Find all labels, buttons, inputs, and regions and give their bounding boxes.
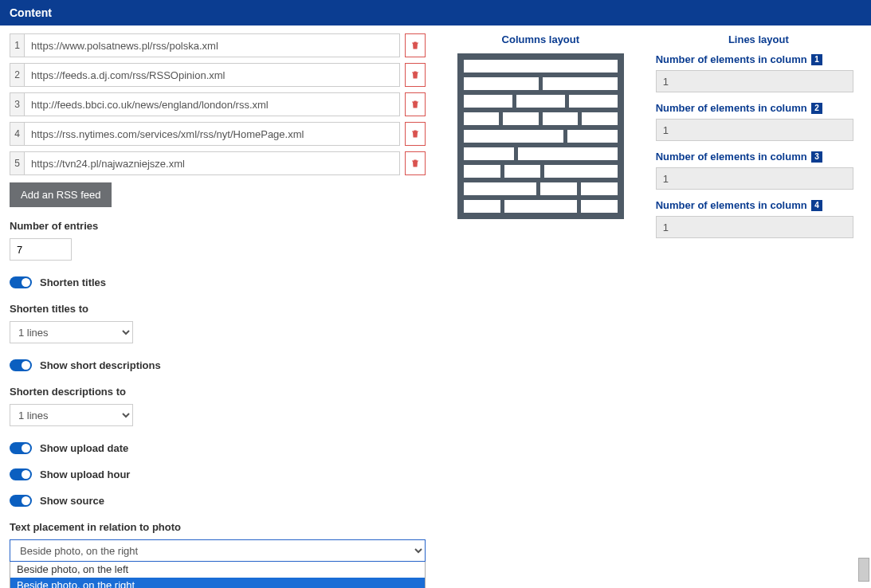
feed-url-input[interactable] [24,151,400,175]
show-desc-toggle[interactable] [10,359,32,371]
trash-icon [410,40,420,51]
lines-layout-column: Lines layout Number of elements in colum… [656,33,861,562]
lines-count-input[interactable] [656,70,853,92]
feed-url-input[interactable] [24,122,400,146]
column-badge: 3 [811,151,822,163]
show-desc-label: Show short descriptions [40,359,161,371]
feed-index: 4 [10,122,24,146]
content-header: Content [0,0,871,25]
feed-url-input[interactable] [24,33,400,57]
delete-feed-button[interactable] [405,92,426,116]
lines-group: Number of elements in column 2 [656,102,861,141]
trash-icon [410,128,420,139]
trash-icon [410,99,420,110]
shorten-titles-select[interactable]: 1 lines [10,321,133,343]
upload-hour-label: Show upload hour [40,468,130,480]
delete-feed-button[interactable] [405,151,426,175]
delete-feed-button[interactable] [405,122,426,146]
lines-count-input[interactable] [656,167,853,190]
layout-option-1-1[interactable] [464,130,618,143]
shorten-titles-label: Shorten titles [40,276,106,288]
scrollbar-thumb[interactable] [858,558,869,582]
feed-index: 1 [10,33,24,57]
add-rss-button[interactable]: Add an RSS feed [10,182,112,207]
shorten-titles-toggle[interactable] [10,276,32,288]
layout-option-1-2[interactable] [464,147,618,160]
placement-dropdown: Beside photo, on the leftBeside photo, o… [10,562,426,588]
upload-date-label: Show upload date [40,442,128,454]
placement-select[interactable]: Beside photo, on the right [10,539,426,562]
upload-hour-toggle[interactable] [10,468,32,480]
feed-url-input[interactable] [24,92,400,116]
placement-option[interactable]: Beside photo, on the right [10,578,425,588]
column-badge: 2 [811,103,822,114]
left-column: 12345 Add an RSS feed Number of entries … [10,33,426,562]
placement-option[interactable]: Beside photo, on the left [10,562,425,578]
lines-count-input[interactable] [656,119,853,141]
entries-label: Number of entries [10,220,426,232]
layout-option-1-1-2[interactable] [464,165,618,178]
lines-group: Number of elements in column 1 [656,53,861,92]
feed-row: 2 [10,63,426,87]
layout-option-4col[interactable] [464,112,618,125]
column-badge: 1 [811,54,822,65]
column-badge: 4 [811,200,822,211]
columns-layout-column: Columns layout [457,33,624,562]
lines-label: Number of elements in column 1 [656,53,861,65]
layout-option-3col[interactable] [464,95,618,108]
lines-group: Number of elements in column 4 [656,199,861,238]
show-source-toggle[interactable] [10,495,32,507]
shorten-desc-to-label: Shorten descriptions to [10,386,426,398]
layout-option-2col[interactable] [464,77,618,90]
feed-index: 2 [10,63,24,87]
shorten-titles-to-label: Shorten titles to [10,303,426,315]
shorten-desc-select[interactable]: 1 lines [10,404,133,426]
content-body: 12345 Add an RSS feed Number of entries … [0,25,871,562]
feed-row: 1 [10,33,426,57]
feed-row: 5 [10,151,426,175]
feed-row: 4 [10,122,426,146]
lines-count-input[interactable] [656,216,853,238]
delete-feed-button[interactable] [405,63,426,87]
content-title: Content [10,6,52,19]
entries-input[interactable] [10,238,72,261]
lines-label: Number of elements in column 3 [656,151,861,163]
lines-label: Number of elements in column 2 [656,102,861,114]
lines-layout-title: Lines layout [656,33,861,45]
trash-icon [410,69,420,80]
columns-layout-preview [457,53,624,219]
feed-row: 3 [10,92,426,116]
layout-option-2-1-1[interactable] [464,182,618,195]
lines-label: Number of elements in column 4 [656,199,861,211]
show-source-label: Show source [40,495,104,507]
feed-url-input[interactable] [24,63,400,87]
placement-label: Text placement in relation to photo [10,521,426,533]
layout-option-1-2-1[interactable] [464,200,618,213]
layout-option-1col[interactable] [464,60,618,73]
upload-date-toggle[interactable] [10,442,32,454]
feed-index: 5 [10,151,24,175]
lines-group: Number of elements in column 3 [656,151,861,190]
columns-layout-title: Columns layout [457,33,624,45]
trash-icon [410,158,420,169]
delete-feed-button[interactable] [405,33,426,57]
feed-index: 3 [10,92,24,116]
